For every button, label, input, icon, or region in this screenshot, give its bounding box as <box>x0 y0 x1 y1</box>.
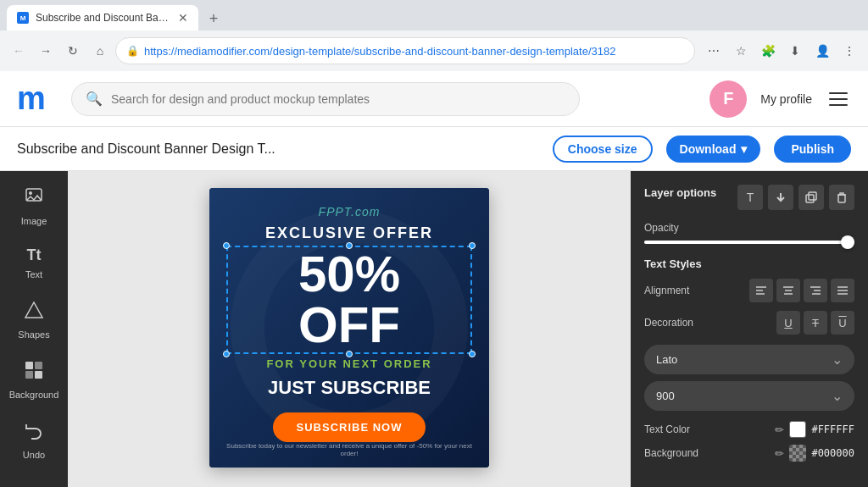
search-bar[interactable]: 🔍 <box>71 82 580 116</box>
design-canvas[interactable]: FPPT.com EXCLUSIVE OFFER 50% OFF <box>209 188 489 468</box>
text-color-row: Text Color ✏ #FFFFFF <box>644 421 854 438</box>
bg-color-hex: #000000 <box>811 447 854 459</box>
my-profile-link[interactable]: My profile <box>760 92 812 106</box>
choose-size-button[interactable]: Choose size <box>553 136 653 163</box>
svg-rect-11 <box>838 195 845 202</box>
text-color-controls: ✏ #FFFFFF <box>775 421 854 438</box>
font-chevron-icon: ⌄ <box>832 351 843 368</box>
alignment-label: Alignment <box>644 285 689 296</box>
left-sidebar: Image Tt Text Shapes Background Undo <box>0 171 68 487</box>
strikethrough-icon[interactable]: T <box>804 311 827 335</box>
svg-rect-6 <box>25 371 33 379</box>
opacity-slider-container[interactable] <box>644 241 854 244</box>
text-color-label: Text Color <box>644 423 690 435</box>
canvas-next-order: FOR YOUR NEXT ORDER <box>266 357 431 370</box>
sidebar-text-label: Text <box>25 269 42 279</box>
alignment-icons <box>749 279 854 302</box>
font-weight-dropdown[interactable]: 900 ⌄ <box>644 381 854 411</box>
url-text: https://mediamodifier.com/design-templat… <box>144 45 684 58</box>
svg-marker-3 <box>25 302 42 318</box>
tab-close-button[interactable]: ✕ <box>178 11 188 25</box>
text-color-hex: #FFFFFF <box>811 423 854 435</box>
bg-color-edit-icon[interactable]: ✏ <box>775 447 784 460</box>
svg-rect-10 <box>809 192 816 200</box>
sidebar-item-text[interactable]: Tt Text <box>0 238 68 288</box>
more-button[interactable]: ⋯ <box>702 39 726 63</box>
background-label: Background <box>644 447 698 459</box>
sidebar-item-undo[interactable]: Undo <box>0 412 68 468</box>
layer-delete-icon[interactable] <box>829 185 854 210</box>
forward-button[interactable]: → <box>34 39 58 63</box>
active-tab[interactable]: M Subscribe and Discount Banne... ✕ <box>7 5 198 30</box>
browser-controls: ← → ↻ ⌂ 🔒 https://mediamodifier.com/desi… <box>0 30 868 71</box>
layer-down-icon[interactable] <box>768 185 793 210</box>
home-button[interactable]: ⌂ <box>88 39 112 63</box>
decoration-row: Decoration U T U <box>644 311 854 335</box>
svg-rect-7 <box>35 371 42 379</box>
text-color-edit-icon[interactable]: ✏ <box>775 423 784 436</box>
opacity-section: Opacity <box>644 222 854 244</box>
search-input[interactable] <box>111 92 565 106</box>
avatar[interactable]: F <box>709 80 747 118</box>
reload-button[interactable]: ↻ <box>61 39 85 63</box>
download-button[interactable]: ⬇ <box>783 39 807 63</box>
bookmark-button[interactable]: ☆ <box>729 39 753 63</box>
undo-icon <box>24 420 44 445</box>
tab-bar: M Subscribe and Discount Banne... ✕ + <box>0 0 868 30</box>
back-button[interactable]: ← <box>7 39 31 63</box>
text-styles-section: Text Styles Alignment <box>644 257 854 462</box>
tab-title: Subscribe and Discount Banne... <box>36 12 171 24</box>
lock-icon: 🔒 <box>126 45 139 57</box>
download-chevron-icon: ▾ <box>741 142 747 156</box>
shapes-icon <box>24 300 44 324</box>
overline-icon[interactable]: U <box>831 311 854 335</box>
logo-icon: m <box>17 84 58 114</box>
sidebar-image-label: Image <box>21 216 47 226</box>
align-justify-icon[interactable] <box>831 279 854 302</box>
layer-text-icon[interactable]: T <box>737 185 763 210</box>
new-tab-button[interactable]: + <box>202 7 225 30</box>
right-panel: Layer options T Opacity <box>631 171 868 487</box>
canvas-footer-text: Subscribe today to our newsletter and re… <box>209 437 489 462</box>
canvas-area[interactable]: FPPT.com EXCLUSIVE OFFER 50% OFF <box>68 171 631 487</box>
svg-rect-5 <box>35 362 42 369</box>
decoration-icons: U T U <box>776 311 854 335</box>
svg-text:m: m <box>17 84 46 114</box>
svg-point-2 <box>29 191 32 195</box>
sidebar-item-shapes[interactable]: Shapes <box>0 291 68 348</box>
text-icon: Tt <box>27 246 42 264</box>
underline-icon[interactable]: U <box>776 311 800 335</box>
text-color-swatch[interactable] <box>789 421 806 438</box>
align-right-icon[interactable] <box>804 279 827 302</box>
canvas-brand-text: FPPT.com <box>209 188 489 219</box>
sidebar-item-image[interactable]: Image <box>0 178 68 235</box>
profile-button[interactable]: 👤 <box>810 39 834 63</box>
main-content: Image Tt Text Shapes Background Undo <box>0 171 868 487</box>
opacity-label: Opacity <box>644 222 854 234</box>
bg-color-swatch[interactable] <box>789 445 806 462</box>
publish-button[interactable]: Publish <box>774 136 851 163</box>
menu-button[interactable]: ⋮ <box>837 39 861 63</box>
background-color-row: Background ✏ #000000 <box>644 445 854 462</box>
sidebar-undo-label: Undo <box>23 450 45 460</box>
svg-rect-4 <box>25 362 33 369</box>
download-button[interactable]: Download ▾ <box>666 136 761 163</box>
background-icon <box>24 360 44 385</box>
page-title-bar: Subscribe and Discount Banner Design T..… <box>0 127 868 171</box>
header-right: F My profile <box>709 80 851 118</box>
canvas-percent-off: 50% OFF <box>242 249 457 351</box>
address-bar[interactable]: 🔒 https://mediamodifier.com/design-templ… <box>115 37 695 64</box>
sidebar-background-label: Background <box>9 390 59 400</box>
app-header: m 🔍 F My profile <box>0 71 868 127</box>
hamburger-menu[interactable] <box>826 89 851 109</box>
image-icon <box>24 186 44 211</box>
align-left-icon[interactable] <box>749 279 773 302</box>
font-weight-chevron-icon: ⌄ <box>832 388 843 404</box>
sidebar-item-background[interactable]: Background <box>0 351 68 408</box>
layer-copy-icon[interactable] <box>798 185 824 210</box>
font-family-dropdown[interactable]: Lato ⌄ <box>644 345 854 374</box>
extensions-button[interactable]: 🧩 <box>756 39 780 63</box>
canvas-exclusive-offer: EXCLUSIVE OFFER <box>265 224 433 242</box>
align-center-icon[interactable] <box>776 279 800 302</box>
logo[interactable]: m <box>17 84 58 114</box>
